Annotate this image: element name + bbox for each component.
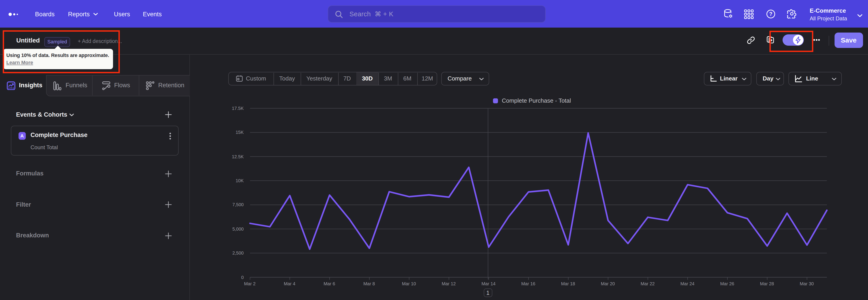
svg-text:?: ? [769,11,772,17]
